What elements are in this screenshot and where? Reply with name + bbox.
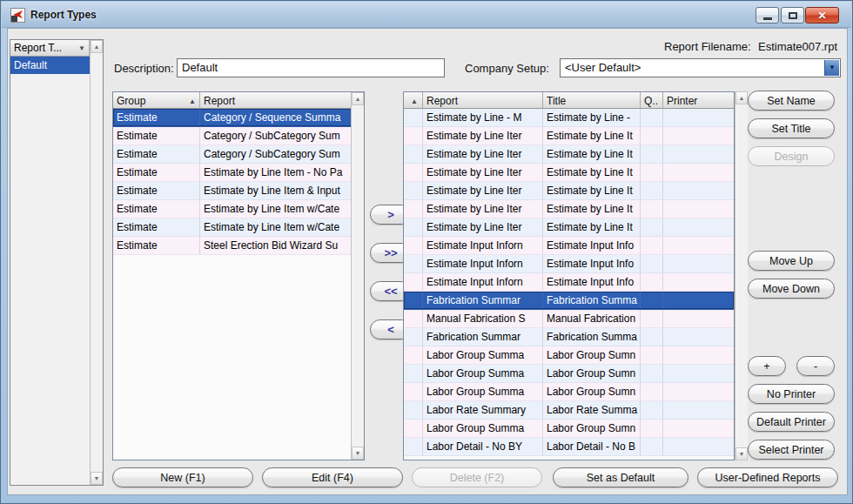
no-printer-button[interactable]: No Printer (748, 384, 835, 404)
report-header-label: Report (426, 95, 458, 107)
table-row[interactable]: Estimate Category / SubCategory Sum (113, 127, 353, 145)
chevron-down-icon[interactable]: ▼ (824, 60, 839, 76)
scroll-down-icon[interactable]: ▼ (735, 447, 748, 460)
report-type-list-header[interactable]: Report T... ▼ (10, 40, 90, 57)
close-button[interactable]: ✕ (805, 7, 839, 24)
scroll-up-icon[interactable]: ▲ (91, 40, 103, 53)
design-button: Design (748, 146, 835, 166)
selected-reports-header: ▲ Report Title Q.. Printer (404, 92, 734, 109)
list-item[interactable]: Default (10, 57, 90, 74)
table-row[interactable]: Labor Group Summa Labor Group Sumn (404, 365, 734, 383)
minimize-button[interactable] (756, 7, 779, 24)
table-row[interactable]: Estimate Estimate by Line Item w/Cate (113, 218, 353, 237)
column-header-group[interactable]: Group ▲ (113, 92, 200, 109)
table-row[interactable]: Fabrication Summar Fabrication Summa (404, 328, 734, 346)
column-header-quantity[interactable]: Q.. (641, 92, 663, 109)
add-button[interactable]: + (748, 356, 786, 376)
cell-title: Estimate Input Info (543, 273, 641, 291)
table-row[interactable]: Labor Group Summa Labor Group Sumn (404, 383, 734, 401)
scroll-up-icon[interactable]: ▲ (735, 91, 748, 104)
cell-title: Estimate by Line It (543, 164, 641, 181)
cell-sort (404, 182, 423, 199)
table-row[interactable]: Labor Detail - No BY Labor Detail - No B (404, 438, 734, 456)
cell-sort (404, 255, 423, 272)
set-title-button[interactable]: Set Title (748, 118, 835, 138)
chevron-down-icon: ▼ (76, 44, 85, 52)
cell-quantity (641, 164, 663, 181)
table-row[interactable]: Estimate Estimate by Line Item & Input (113, 182, 353, 200)
table-row[interactable]: Estimate by Line Iter Estimate by Line I… (404, 218, 734, 237)
minimize-icon (763, 17, 772, 20)
table-row[interactable]: Estimate by Line Iter Estimate by Line I… (404, 200, 734, 218)
column-header-report[interactable]: Report (200, 92, 364, 109)
window-title: Report Types (30, 9, 97, 21)
user-defined-reports-button[interactable]: User-Defined Reports (697, 467, 838, 487)
title-bar[interactable]: Report Types ✕ (2, 2, 851, 28)
sort-asc-icon: ▲ (186, 97, 196, 105)
edit-button[interactable]: Edit (F4) (262, 467, 403, 487)
table-row[interactable]: Estimate by Line Iter Estimate by Line I… (404, 164, 734, 182)
table-row[interactable]: Estimate by Line Iter Estimate by Line I… (404, 127, 734, 145)
table-row[interactable]: Estimate Input Inforn Estimate Input Inf… (404, 273, 734, 292)
cell-report: Estimate by Line Iter (423, 164, 543, 181)
selected-reports-scrollbar[interactable]: ▲ ▼ (735, 91, 748, 460)
table-row[interactable]: Estimate by Line Iter Estimate by Line I… (404, 182, 734, 200)
cell-quantity (641, 237, 663, 254)
report-header-label: Report (204, 95, 235, 107)
available-reports-scrollbar[interactable]: ▲ ▼ (351, 92, 364, 460)
table-row[interactable]: Estimate by Line - M Estimate by Line - (404, 109, 734, 127)
column-header-sort[interactable]: ▲ (404, 92, 423, 109)
maximize-button[interactable] (781, 7, 804, 24)
table-row[interactable]: Estimate Estimate by Line Item - No Pa (113, 164, 353, 182)
table-row[interactable]: Labor Rate Summary Labor Rate Summa (404, 401, 734, 420)
cell-report: Category / SubCategory Sum (200, 127, 353, 144)
table-row[interactable]: Estimate Input Inforn Estimate Input Inf… (404, 237, 734, 255)
cell-printer (663, 255, 734, 272)
company-setup-label: Company Setup: (465, 62, 549, 75)
move-up-button[interactable]: Move Up (748, 251, 835, 271)
cell-group: Estimate (113, 200, 200, 218)
company-setup-dropdown[interactable]: <User Default> ▼ (560, 58, 841, 77)
cell-group: Estimate (113, 109, 200, 126)
new-button[interactable]: New (F1) (112, 467, 253, 487)
cell-sort (404, 127, 423, 144)
cell-printer (663, 346, 734, 364)
group-header-label: Group (117, 95, 145, 107)
cell-group: Estimate (113, 218, 200, 236)
description-input[interactable]: Default (177, 58, 445, 77)
cell-printer (663, 310, 734, 327)
default-printer-button[interactable]: Default Printer (748, 412, 835, 432)
table-row[interactable]: Estimate Category / Sequence Summa (113, 109, 353, 127)
column-header-report[interactable]: Report (423, 92, 543, 109)
cell-quantity (641, 182, 663, 199)
app-icon (10, 8, 25, 23)
scroll-up-icon[interactable]: ▲ (352, 92, 364, 105)
scroll-down-icon[interactable]: ▼ (91, 472, 103, 485)
report-type-scrollbar[interactable]: ▲ ▼ (90, 40, 103, 485)
remove-button[interactable]: - (796, 356, 835, 376)
cell-report: Category / SubCategory Sum (200, 145, 353, 163)
cell-printer (663, 401, 734, 419)
available-reports-grid: Group ▲ Report Estimate Category / Seque… (112, 91, 365, 460)
cell-printer (663, 200, 734, 218)
move-down-button[interactable]: Move Down (748, 279, 835, 299)
table-row[interactable]: Labor Group Summa Labor Group Sumn (404, 346, 734, 365)
set-as-default-button[interactable]: Set as Default (553, 467, 688, 487)
table-row[interactable]: Fabrication Summar Fabrication Summa (404, 292, 734, 310)
column-header-title[interactable]: Title (543, 92, 641, 109)
description-label: Description: (114, 62, 174, 75)
column-header-printer[interactable]: Printer (663, 92, 734, 109)
set-name-button[interactable]: Set Name (748, 91, 835, 111)
select-printer-button[interactable]: Select Printer (748, 440, 835, 460)
table-row[interactable]: Estimate by Line Iter Estimate by Line I… (404, 145, 734, 164)
selected-reports-grid: ▲ Report Title Q.. Printer Estimate by L… (403, 91, 735, 460)
scroll-down-icon[interactable]: ▼ (352, 447, 364, 460)
table-row[interactable]: Estimate Steel Erection Bid Wizard Su (113, 237, 353, 255)
table-row[interactable]: Estimate Estimate by Line Item w/Cate (113, 200, 353, 218)
report-type-list: Report T... ▼ Default ▲ ▼ (10, 39, 104, 486)
table-row[interactable]: Labor Group Summa Labor Group Sumn (404, 420, 734, 438)
table-row[interactable]: Estimate Input Inforn Estimate Input Inf… (404, 255, 734, 273)
cell-sort (404, 164, 423, 181)
table-row[interactable]: Estimate Category / SubCategory Sum (113, 145, 353, 164)
table-row[interactable]: Manual Fabrication S Manual Fabrication (404, 310, 734, 328)
